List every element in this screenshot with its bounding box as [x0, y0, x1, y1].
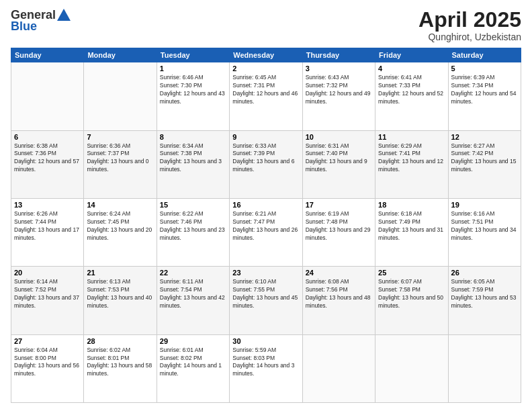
calendar-day-22: 22Sunrise: 6:11 AMSunset: 7:54 PMDayligh… [157, 267, 229, 334]
day-info: Sunrise: 6:31 AMSunset: 7:40 PMDaylight:… [306, 142, 372, 175]
day-info: Sunrise: 6:27 AMSunset: 7:42 PMDaylight:… [451, 142, 518, 175]
calendar-empty-cell [84, 62, 157, 130]
calendar-week-row: 6Sunrise: 6:38 AMSunset: 7:36 PMDaylight… [11, 130, 521, 198]
calendar-empty-cell [302, 334, 375, 402]
day-number: 16 [232, 201, 299, 209]
day-number: 9 [232, 133, 299, 141]
day-info: Sunrise: 6:29 AMSunset: 7:41 PMDaylight:… [378, 142, 445, 175]
day-info: Sunrise: 6:14 AMSunset: 7:52 PMDaylight:… [14, 278, 81, 310]
day-info: Sunrise: 6:01 AMSunset: 8:02 PMDaylight:… [160, 347, 226, 379]
page: General Blue April 2025 Qunghirot, Uzbek… [0, 0, 532, 411]
day-info: Sunrise: 6:34 AMSunset: 7:38 PMDaylight:… [160, 142, 226, 175]
calendar-header-row: SundayMondayTuesdayWednesdayThursdayFrid… [11, 48, 521, 62]
day-number: 29 [160, 337, 226, 345]
calendar-day-10: 10Sunrise: 6:31 AMSunset: 7:40 PMDayligh… [302, 130, 375, 198]
logo: General Blue [11, 8, 71, 34]
day-info: Sunrise: 6:24 AMSunset: 7:45 PMDaylight:… [87, 210, 153, 242]
day-number: 23 [232, 269, 299, 277]
calendar-empty-cell [375, 334, 448, 402]
day-info: Sunrise: 6:07 AMSunset: 7:58 PMDaylight:… [378, 278, 445, 310]
day-info: Sunrise: 6:39 AMSunset: 7:34 PMDaylight:… [451, 74, 518, 106]
day-info: Sunrise: 6:41 AMSunset: 7:33 PMDaylight:… [378, 74, 445, 106]
day-number: 8 [160, 133, 226, 141]
calendar-day-5: 5Sunrise: 6:39 AMSunset: 7:34 PMDaylight… [448, 62, 521, 130]
day-number: 26 [451, 269, 518, 277]
day-info: Sunrise: 6:19 AMSunset: 7:48 PMDaylight:… [306, 210, 372, 242]
day-header-thursday: Thursday [302, 48, 375, 62]
calendar-day-1: 1Sunrise: 6:46 AMSunset: 7:30 PMDaylight… [157, 62, 229, 130]
day-number: 5 [451, 64, 518, 73]
day-number: 15 [160, 201, 226, 209]
day-number: 4 [378, 64, 445, 73]
day-number: 28 [87, 337, 153, 345]
day-number: 14 [87, 201, 153, 209]
calendar-day-26: 26Sunrise: 6:05 AMSunset: 7:59 PMDayligh… [448, 267, 521, 334]
calendar-week-row: 27Sunrise: 6:04 AMSunset: 8:00 PMDayligh… [11, 334, 521, 402]
month-year-title: April 2025 [418, 8, 521, 32]
day-number: 25 [378, 269, 445, 277]
calendar-day-16: 16Sunrise: 6:21 AMSunset: 7:47 PMDayligh… [230, 198, 302, 266]
day-info: Sunrise: 6:38 AMSunset: 7:36 PMDaylight:… [14, 142, 81, 175]
day-number: 30 [232, 337, 299, 345]
calendar-table: SundayMondayTuesdayWednesdayThursdayFrid… [11, 48, 521, 403]
calendar-day-17: 17Sunrise: 6:19 AMSunset: 7:48 PMDayligh… [302, 198, 375, 266]
calendar-day-7: 7Sunrise: 6:36 AMSunset: 7:37 PMDaylight… [84, 130, 157, 198]
day-info: Sunrise: 6:22 AMSunset: 7:46 PMDaylight:… [160, 210, 226, 242]
day-number: 12 [451, 133, 518, 141]
day-info: Sunrise: 6:16 AMSunset: 7:51 PMDaylight:… [451, 210, 518, 242]
day-info: Sunrise: 6:05 AMSunset: 7:59 PMDaylight:… [451, 278, 518, 310]
day-header-friday: Friday [375, 48, 448, 62]
day-number: 17 [306, 201, 372, 209]
day-number: 3 [306, 64, 372, 73]
day-info: Sunrise: 6:04 AMSunset: 8:00 PMDaylight:… [14, 347, 81, 379]
calendar-day-14: 14Sunrise: 6:24 AMSunset: 7:45 PMDayligh… [84, 198, 157, 266]
calendar-day-25: 25Sunrise: 6:07 AMSunset: 7:58 PMDayligh… [375, 267, 448, 334]
calendar-day-21: 21Sunrise: 6:13 AMSunset: 7:53 PMDayligh… [84, 267, 157, 334]
calendar-week-row: 13Sunrise: 6:26 AMSunset: 7:44 PMDayligh… [11, 198, 521, 266]
day-header-monday: Monday [84, 48, 157, 62]
day-number: 27 [14, 337, 81, 345]
calendar-day-3: 3Sunrise: 6:43 AMSunset: 7:32 PMDaylight… [302, 62, 375, 130]
day-number: 21 [87, 269, 153, 277]
svg-marker-0 [57, 9, 71, 21]
calendar-empty-cell [448, 334, 521, 402]
calendar-day-11: 11Sunrise: 6:29 AMSunset: 7:41 PMDayligh… [375, 130, 448, 198]
calendar-day-30: 30Sunrise: 5:59 AMSunset: 8:03 PMDayligh… [230, 334, 302, 402]
calendar-day-9: 9Sunrise: 6:33 AMSunset: 7:39 PMDaylight… [230, 130, 302, 198]
location-subtitle: Qunghirot, Uzbekistan [418, 32, 521, 42]
calendar-day-8: 8Sunrise: 6:34 AMSunset: 7:38 PMDaylight… [157, 130, 229, 198]
calendar-day-19: 19Sunrise: 6:16 AMSunset: 7:51 PMDayligh… [448, 198, 521, 266]
day-header-tuesday: Tuesday [157, 48, 229, 62]
day-header-wednesday: Wednesday [230, 48, 302, 62]
day-info: Sunrise: 6:43 AMSunset: 7:32 PMDaylight:… [306, 74, 372, 106]
day-info: Sunrise: 6:46 AMSunset: 7:30 PMDaylight:… [160, 74, 226, 106]
calendar-day-2: 2Sunrise: 6:45 AMSunset: 7:31 PMDaylight… [230, 62, 302, 130]
calendar-day-12: 12Sunrise: 6:27 AMSunset: 7:42 PMDayligh… [448, 130, 521, 198]
logo-icon [57, 9, 71, 21]
day-number: 6 [14, 133, 81, 141]
day-number: 19 [451, 201, 518, 209]
calendar-day-15: 15Sunrise: 6:22 AMSunset: 7:46 PMDayligh… [157, 198, 229, 266]
day-info: Sunrise: 5:59 AMSunset: 8:03 PMDaylight:… [232, 347, 299, 379]
day-header-saturday: Saturday [448, 48, 521, 62]
day-info: Sunrise: 6:18 AMSunset: 7:49 PMDaylight:… [378, 210, 445, 242]
day-number: 2 [232, 64, 299, 73]
day-info: Sunrise: 6:45 AMSunset: 7:31 PMDaylight:… [232, 74, 299, 106]
day-number: 10 [306, 133, 372, 141]
calendar-day-6: 6Sunrise: 6:38 AMSunset: 7:36 PMDaylight… [11, 130, 84, 198]
day-number: 18 [378, 201, 445, 209]
calendar-day-13: 13Sunrise: 6:26 AMSunset: 7:44 PMDayligh… [11, 198, 84, 266]
day-info: Sunrise: 6:02 AMSunset: 8:01 PMDaylight:… [87, 347, 153, 379]
day-number: 11 [378, 133, 445, 141]
day-number: 24 [306, 269, 372, 277]
day-info: Sunrise: 6:08 AMSunset: 7:56 PMDaylight:… [306, 278, 372, 310]
day-header-sunday: Sunday [11, 48, 84, 62]
calendar-day-24: 24Sunrise: 6:08 AMSunset: 7:56 PMDayligh… [302, 267, 375, 334]
day-number: 22 [160, 269, 226, 277]
day-number: 1 [160, 64, 226, 73]
day-info: Sunrise: 6:11 AMSunset: 7:54 PMDaylight:… [160, 278, 226, 310]
day-info: Sunrise: 6:26 AMSunset: 7:44 PMDaylight:… [14, 210, 81, 242]
day-number: 13 [14, 201, 81, 209]
calendar-day-18: 18Sunrise: 6:18 AMSunset: 7:49 PMDayligh… [375, 198, 448, 266]
day-number: 7 [87, 133, 153, 141]
